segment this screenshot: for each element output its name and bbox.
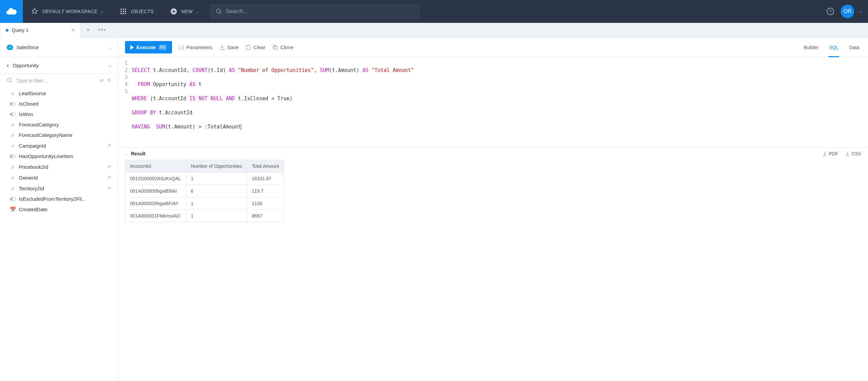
breadcrumb[interactable]: ‹ Opportunity ⌵ (0, 57, 118, 74)
sql-editor[interactable]: 12345 SELECT t.AccountId, COUNT(t.Id) AS… (118, 57, 868, 147)
search-input[interactable] (226, 8, 414, 14)
new-button[interactable]: NEW ⌵ (162, 0, 207, 23)
table-cell: 6 (186, 185, 247, 197)
download-icon (845, 151, 850, 156)
clone-button[interactable]: Clone (272, 45, 293, 51)
column-header[interactable]: Total Amount (247, 160, 284, 173)
workspace-selector[interactable]: DEFAULT WORKSPACE ⌵ (23, 0, 112, 23)
external-link-icon[interactable]: ↗ (107, 175, 111, 181)
copy-icon (272, 45, 278, 51)
content-area: 12345 SELECT t.AccountId, COUNT(t.Id) AS… (118, 57, 868, 381)
data-view-tab[interactable]: Data (848, 38, 860, 57)
field-item[interactable]: IsClosed (0, 98, 118, 109)
close-icon[interactable]: × (71, 27, 75, 34)
search-icon (7, 77, 13, 83)
help-button[interactable]: ? (827, 8, 834, 15)
back-icon[interactable]: ‹ (7, 62, 9, 69)
field-item[interactable]: aOwnerId↗ (0, 172, 118, 183)
search-box[interactable] (211, 4, 419, 19)
external-link-icon[interactable]: ↗ (107, 143, 111, 149)
execute-button[interactable]: Execute F9 (125, 41, 172, 54)
field-item[interactable]: aLeadSource (0, 88, 118, 98)
clear-button[interactable]: Clear (245, 45, 266, 51)
new-tab-button[interactable]: + (81, 26, 95, 34)
result-title: Result (131, 151, 146, 156)
table-row[interactable]: 001A000000hgwBFIAY11100 (125, 197, 284, 210)
table-cell: 16331.87 (247, 173, 284, 185)
boolean-type-icon (9, 113, 16, 116)
builder-view-tab[interactable]: Builder (803, 38, 819, 57)
chevron-down-icon[interactable]: ⌵ (108, 63, 111, 68)
column-header[interactable]: AccountId (125, 160, 186, 173)
field-item[interactable]: aForecastCategory (0, 119, 118, 130)
svg-rect-2 (125, 9, 126, 10)
external-link-icon[interactable]: ↗ (107, 164, 111, 170)
app-logo[interactable] (0, 0, 23, 23)
undo-icon (245, 45, 251, 51)
tab-more-button[interactable]: ••• (95, 27, 109, 34)
table-row[interactable]: 001A000000hgwB9IAI6119.7 (125, 185, 284, 197)
field-item[interactable]: aForecastCategoryName (0, 130, 118, 140)
breadcrumb-label: Opportunity (13, 63, 104, 68)
svg-rect-8 (125, 13, 126, 14)
tab-label: Query 1 (12, 28, 68, 33)
table-row[interactable]: 001A000001FMkmuIAD18667 (125, 210, 284, 222)
table-cell: 1100 (247, 197, 284, 210)
query-tab[interactable]: Query 1 × (0, 23, 81, 38)
csv-label: CSV (851, 151, 861, 156)
result-table: AccountIdNumber of OpportunitiesTotal Am… (125, 160, 284, 222)
field-label: ForecastCategory (19, 122, 111, 127)
field-item[interactable]: aCampaignId↗ (0, 140, 118, 151)
table-cell: 119.7 (247, 185, 284, 197)
field-label: HasOpportunityLineItem (19, 153, 111, 159)
collapse-icon[interactable]: ⌵ (125, 151, 128, 156)
table-row[interactable]: 0012G00002ASzKnQAL116331.87 (125, 173, 284, 185)
search-icon (216, 8, 222, 15)
parameters-button[interactable]: (𝑥) Parameters (179, 45, 213, 51)
svg-rect-3 (120, 11, 122, 12)
svg-rect-1 (123, 9, 124, 10)
text-type-icon: a (9, 164, 16, 170)
user-menu[interactable]: OR ⌵ (841, 5, 862, 18)
objects-nav[interactable]: OBJECTS (112, 0, 162, 23)
text-type-icon: a (9, 143, 16, 149)
boolean-type-icon (9, 155, 16, 158)
text-type-icon: a (9, 90, 16, 96)
unsaved-indicator (6, 29, 8, 32)
connection-selector[interactable]: sf Salesforce ⌵ (0, 38, 118, 57)
filter-input[interactable] (16, 78, 96, 83)
export-csv-button[interactable]: CSV (845, 151, 861, 156)
save-button[interactable]: Save (219, 45, 239, 51)
field-label: CampaignId (19, 143, 103, 149)
column-header[interactable]: Number of Opportunities (186, 160, 247, 173)
field-item[interactable]: IsExcludedFromTerritory2Fil... (0, 194, 118, 204)
save-label: Save (227, 45, 239, 50)
svg-rect-6 (120, 13, 122, 14)
avatar: OR (841, 5, 854, 18)
external-link-icon[interactable]: ↗ (107, 185, 111, 191)
text-type-icon: a (9, 186, 16, 191)
field-label: ForecastCategoryName (19, 132, 111, 138)
field-item[interactable]: IsWon (0, 109, 118, 119)
field-item[interactable]: aTerritory2Id↗ (0, 183, 118, 194)
workspace-name: DEFAULT WORKSPACE (42, 9, 97, 14)
save-icon (219, 45, 225, 51)
chevron-down-icon: ⌵ (108, 45, 111, 50)
workspace-icon (31, 8, 38, 15)
sql-view-tab[interactable]: SQL (828, 38, 839, 57)
field-item[interactable]: 📅CreatedDate (0, 204, 118, 214)
settings-icon[interactable]: ⇄ (100, 78, 104, 83)
boolean-type-icon (9, 197, 16, 201)
svg-point-10 (217, 9, 221, 13)
text-type-icon: a (9, 175, 16, 181)
field-item[interactable]: aPricebook2Id↗ (0, 162, 118, 172)
pdf-label: PDF (829, 151, 838, 156)
field-item[interactable]: HasOpportunityLineItem (0, 151, 118, 162)
field-label: IsClosed (19, 101, 111, 107)
text-type-icon: a (9, 122, 16, 127)
execute-shortcut: F9 (159, 45, 167, 50)
sql-code[interactable]: SELECT t.AccountId, COUNT(t.Id) AS "Numb… (132, 60, 868, 145)
export-pdf-button[interactable]: PDF (822, 151, 838, 156)
table-cell: 001A000001FMkmuIAD (125, 210, 186, 222)
refresh-icon[interactable]: ↻ (107, 78, 111, 83)
